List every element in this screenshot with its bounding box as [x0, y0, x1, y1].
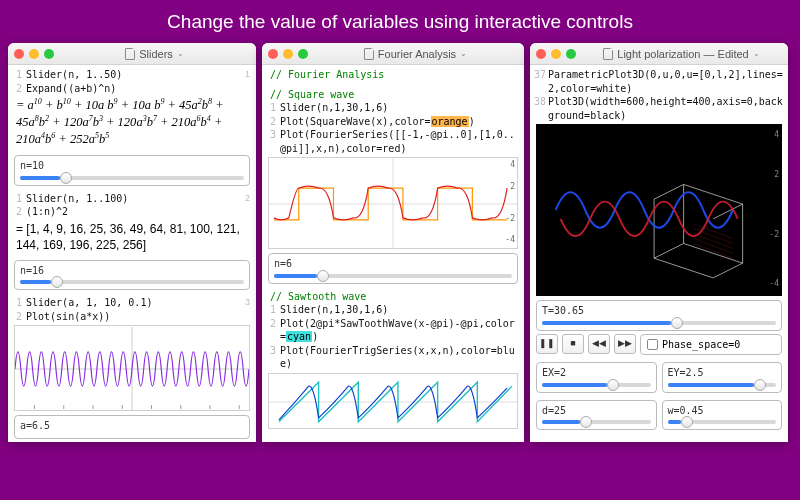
slider-label: d=25 — [542, 404, 651, 418]
rewind-button[interactable]: ◀◀ — [588, 334, 610, 354]
cell-number: 2 — [245, 192, 252, 219]
window-light-polarization: Light polarization — Edited ⌄ 37Parametr… — [530, 43, 788, 442]
code-line[interactable]: Slider(n, 1..50) — [26, 68, 245, 82]
checkbox-icon[interactable] — [647, 339, 658, 350]
color-keyword-cyan: cyan — [286, 331, 312, 342]
cell-number: 1 — [245, 68, 252, 95]
banner-text: Change the value of variables using inte… — [0, 0, 800, 43]
minimize-icon[interactable] — [283, 49, 293, 59]
titlebar-sliders[interactable]: Sliders ⌄ — [8, 43, 256, 65]
plot-square-wave: 4 2 -2 -4 — [268, 157, 518, 249]
code-line[interactable]: Plot(2@pi*SawToothWave(x-@pi)-@pi,color=… — [280, 317, 520, 344]
code-line[interactable]: (1:n)^2 — [26, 205, 245, 219]
plot-sawtooth — [268, 373, 518, 429]
code-line[interactable]: Plot(FourierTrigSeries(x,x,n),color=blue… — [280, 344, 520, 371]
y-tick: -2 — [505, 214, 515, 225]
svg-rect-13 — [536, 125, 782, 294]
pause-button[interactable]: ❚❚ — [536, 334, 558, 354]
titlebar-light[interactable]: Light polarization — Edited ⌄ — [530, 43, 788, 65]
y-tick: -4 — [769, 279, 779, 290]
math-output: = [1, 4, 9, 16, 25, 36, 49, 64, 81, 100,… — [12, 219, 252, 257]
code-line[interactable]: Plot3D(width=600,height=400,axis=0,backg… — [548, 95, 784, 122]
close-icon[interactable] — [536, 49, 546, 59]
code-line[interactable]: Plot(sin(a*x)) — [26, 310, 245, 324]
slider-label: EX=2 — [542, 366, 651, 380]
slider-label: a=6.5 — [20, 419, 244, 433]
window-sliders: Sliders ⌄ 1Slider(n, 1..50) 2Expand((a+b… — [8, 43, 256, 442]
y-tick: 2 — [510, 182, 515, 193]
slider-thumb[interactable] — [681, 416, 693, 428]
y-tick: -4 — [505, 235, 515, 246]
phase-space-checkbox[interactable]: Phase_space=0 — [640, 334, 782, 356]
stop-button[interactable]: ■ — [562, 334, 584, 354]
slider-thumb[interactable] — [51, 276, 63, 288]
slider-label: n=6 — [274, 257, 512, 271]
slider-a[interactable]: a=6.5 — [14, 415, 250, 439]
slider-thumb[interactable] — [754, 379, 766, 391]
slider-label: n=16 — [20, 264, 244, 278]
y-tick: 2 — [774, 170, 779, 181]
comment: // Square wave — [266, 88, 520, 102]
cell-number: 3 — [245, 296, 252, 323]
chevron-down-icon[interactable]: ⌄ — [753, 49, 760, 58]
slider-d[interactable]: d=25 — [536, 400, 657, 431]
slider-label: T=30.65 — [542, 304, 776, 318]
code-line[interactable]: Slider(n, 1..100) — [26, 192, 245, 206]
zoom-icon[interactable] — [298, 49, 308, 59]
code-line[interactable]: Plot(SquareWave(x),color=orange) — [280, 115, 520, 129]
document-icon — [125, 48, 135, 60]
y-tick: 4 — [510, 160, 515, 171]
slider-fourier-n[interactable]: n=6 — [268, 253, 518, 284]
slider-t[interactable]: T=30.65 — [536, 300, 782, 331]
window-title: Fourier Analysis — [378, 48, 456, 60]
slider-label: w=0.45 — [668, 404, 777, 418]
forward-button[interactable]: ▶▶ — [614, 334, 636, 354]
zoom-icon[interactable] — [566, 49, 576, 59]
comment: // Sawtooth wave — [266, 290, 520, 304]
slider-ey[interactable]: EY=2.5 — [662, 362, 783, 393]
close-icon[interactable] — [268, 49, 278, 59]
slider-thumb[interactable] — [580, 416, 592, 428]
math-output: = a10 + b10 + 10a b9 + 10a b9 + 45a2b8 +… — [12, 95, 252, 152]
slider-ex[interactable]: EX=2 — [536, 362, 657, 393]
slider-label: n=10 — [20, 159, 244, 173]
close-icon[interactable] — [14, 49, 24, 59]
slider-thumb[interactable] — [60, 172, 72, 184]
window-title: Sliders — [139, 48, 173, 60]
slider-w[interactable]: w=0.45 — [662, 400, 783, 431]
code-line[interactable]: Slider(a, 1, 10, 0.1) — [26, 296, 245, 310]
slider-thumb[interactable] — [671, 317, 683, 329]
plot-3d-polarization[interactable]: 4 2 -2 -4 — [536, 124, 782, 296]
chevron-down-icon[interactable]: ⌄ — [177, 49, 184, 58]
code-line[interactable]: Expand((a+b)^n) — [26, 82, 245, 96]
minimize-icon[interactable] — [29, 49, 39, 59]
document-icon — [603, 48, 613, 60]
zoom-icon[interactable] — [44, 49, 54, 59]
code-line[interactable]: Slider(n,1,30,1,6) — [280, 303, 520, 317]
slider-n-50[interactable]: n=10 — [14, 155, 250, 186]
code-line[interactable]: ParametricPlot3D(0,u,0,u=[0,l,2],lines=2… — [548, 68, 784, 95]
color-keyword-orange: orange — [431, 116, 469, 127]
chevron-down-icon[interactable]: ⌄ — [460, 49, 467, 58]
y-tick: -2 — [769, 230, 779, 241]
slider-thumb[interactable] — [317, 270, 329, 282]
titlebar-fourier[interactable]: Fourier Analysis ⌄ — [262, 43, 524, 65]
slider-thumb[interactable] — [607, 379, 619, 391]
minimize-icon[interactable] — [551, 49, 561, 59]
checkbox-label: Phase_space=0 — [662, 338, 740, 352]
comment: // Fourier Analysis — [266, 68, 520, 82]
slider-n-100[interactable]: n=16 — [14, 260, 250, 291]
code-line[interactable]: Plot(FourierSeries([[-1,-@pi..0],[1,0..@… — [280, 128, 520, 155]
window-title: Light polarization — Edited — [617, 48, 748, 60]
plot-sine — [14, 325, 250, 411]
slider-label: EY=2.5 — [668, 366, 777, 380]
y-tick: 4 — [774, 130, 779, 141]
document-icon — [364, 48, 374, 60]
window-fourier: Fourier Analysis ⌄ // Fourier Analysis /… — [262, 43, 524, 442]
desktop: Sliders ⌄ 1Slider(n, 1..50) 2Expand((a+b… — [0, 43, 800, 442]
code-line[interactable]: Slider(n,1,30,1,6) — [280, 101, 520, 115]
